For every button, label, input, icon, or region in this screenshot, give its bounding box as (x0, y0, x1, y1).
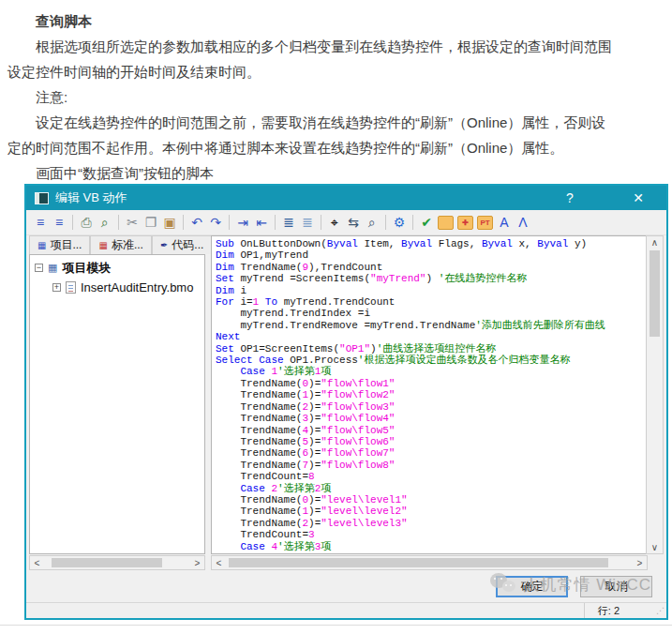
module-folder-icon: ▦ (48, 262, 57, 274)
code-line: Sub OnLButtonDown(Byval Item, Byval Flag… (216, 238, 646, 249)
help-button[interactable]: ? (530, 190, 610, 205)
document-text: 查询脚本根据选项组所选定的参数加载相应的多个归档变量到在线趋势控件，根据设定的查… (0, 0, 672, 186)
toolbar-separator (275, 215, 276, 230)
scroll-up-icon[interactable]: ∧ (651, 236, 658, 249)
code-line: TrendName(1)="level\level2" (216, 506, 646, 517)
expand-icon[interactable]: + (52, 283, 61, 292)
code-line: TrendName(0)="level\level1" (216, 494, 646, 506)
resize-grip-icon[interactable]: ⋰ (651, 606, 666, 615)
edit-vb-action-dialog: 编辑 VB 动作 ? ✕ ≡≡⎙⌕✂❐▣↶↷⇥⇤≣≣⌖⇆⌕⚙✔✚PTAΛ ▦项目… (24, 184, 668, 620)
indent-icon[interactable]: ⇥ (233, 214, 252, 232)
uncomment-block-icon[interactable]: ≣ (298, 214, 317, 232)
pt-icon[interactable]: PT (477, 216, 493, 230)
status-bar: 行: 2 ⋰ (26, 602, 666, 618)
ok-button[interactable]: 确定 (496, 576, 568, 597)
status-line-number: 行: 2 (584, 603, 651, 618)
view-modules-icon[interactable]: ≡ (50, 214, 68, 232)
collapse-icon[interactable]: − (35, 264, 43, 272)
tree-hscrollbar[interactable]: < > (29, 555, 205, 570)
close-button[interactable]: ✕ (610, 190, 666, 205)
page-divider (0, 625, 672, 626)
copy-icon[interactable]: ❐ (142, 214, 160, 232)
paste-icon[interactable]: ▣ (160, 214, 179, 232)
toolbar-separator (385, 215, 386, 230)
dialog-app-icon (35, 192, 49, 204)
code-line: Dim OP1,myTrend (216, 249, 646, 261)
tab-label: 代码... (172, 237, 203, 253)
doc-heading: 查询脚本 (7, 8, 665, 34)
cancel-button[interactable]: 取消 (580, 576, 652, 597)
code-editor[interactable]: Sub OnLButtonDown(Byval Item, Byval Flag… (211, 235, 646, 554)
toolbar-separator (229, 215, 230, 230)
open-action-icon[interactable] (438, 216, 454, 230)
code-line: Case 4'选择第3项 (216, 541, 646, 552)
code-vscrollbar[interactable]: ∧ ∨ (646, 235, 664, 554)
toolbar-separator (412, 215, 413, 230)
code-line: TrendName(1)="flow\flow2" (216, 389, 646, 400)
scroll-down-icon[interactable]: ∨ (651, 541, 658, 553)
project-tab-icon: ▦ (37, 240, 46, 250)
code-panel: Sub OnLButtonDown(Byval Item, Byval Flag… (211, 235, 664, 570)
code-tab-icon: ✒ (160, 240, 168, 250)
scroll-thumb[interactable] (229, 558, 608, 567)
code-line: Set myTrend =ScreenItems("myTrend") '在线趋… (216, 273, 646, 284)
syntax-check-icon[interactable]: ✔ (417, 214, 436, 232)
code-line: TrendName(4)="flow\flow5" (216, 425, 646, 436)
view-properties-icon[interactable]: ≡ (31, 214, 50, 232)
doc-line: 设定控件时间轴的开始时间及结束时间。 (7, 59, 665, 84)
standard-tab-icon: ▦ (98, 240, 107, 250)
find-icon[interactable]: ⌖ (325, 214, 344, 232)
toolbar-separator (321, 215, 321, 230)
scroll-thumb[interactable] (52, 558, 162, 567)
tab-label: 标准... (112, 237, 143, 253)
comment-block-icon[interactable]: ≣ (279, 214, 298, 232)
outdent-icon[interactable]: ⇤ (252, 214, 271, 232)
dialog-title: 编辑 VB 动作 (55, 189, 530, 206)
tab-label: 项目... (50, 237, 82, 253)
code-line: For i=1 To myTrend.TrendCount (216, 296, 646, 308)
code-line: Next (216, 331, 646, 342)
undo-icon[interactable]: ↶ (187, 214, 206, 232)
toolbar-separator (118, 215, 119, 230)
project-tree[interactable]: − ▦ 项目模块 + InsertAuditEntry.bmo (29, 254, 205, 554)
code-line: Set OP1=ScreenItems("OP1")'曲线选择选项组控件名称 (216, 343, 646, 355)
code-line: myTrend.TrendIndex =i (216, 308, 646, 319)
code-line: TrendName(0)="press\press1" (216, 552, 646, 554)
cut-icon[interactable]: ✂ (123, 214, 142, 232)
code-line: TrendCount=8 (216, 471, 646, 482)
replace-icon[interactable]: ⇆ (344, 214, 363, 232)
code-line: Select Case OP1.Process'根据选择项设定曲线条数及各个归档… (216, 355, 646, 366)
scroll-right-icon[interactable]: > (633, 558, 647, 568)
code-hscrollbar[interactable]: < > (211, 555, 648, 570)
add-action-icon[interactable]: ✚ (457, 216, 473, 230)
paragraph-block: 查询脚本根据选项组所选定的参数加载相应的多个归档变量到在线趋势控件，根据设定的查… (7, 8, 665, 186)
wrench-icon[interactable]: ⚙ (390, 214, 409, 232)
tree-node-module[interactable]: + InsertAuditEntry.bmo (30, 278, 204, 297)
code-line: TrendName(2)="flow\flow3" (216, 401, 646, 413)
code-line: Case 2'选择第2项 (216, 483, 646, 494)
redo-icon[interactable]: ↷ (206, 214, 225, 232)
scroll-thumb[interactable] (650, 250, 660, 337)
font-icon[interactable]: A (495, 214, 514, 232)
scroll-right-icon[interactable]: > (190, 558, 204, 568)
print-preview-icon[interactable]: ⌕ (96, 214, 114, 232)
code-line: Dim i (216, 285, 646, 296)
scroll-left-icon[interactable]: < (212, 558, 226, 568)
module-file-icon (66, 281, 76, 294)
code-line: TrendName(0)="flow\flow1" (216, 378, 646, 389)
code-line: Case 1'选择第1项 (216, 366, 646, 377)
dialog-content: ▦项目...▦标准...✒代码... − ▦ 项目模块 + InsertAudi… (26, 235, 666, 570)
scroll-left-icon[interactable]: < (30, 558, 44, 568)
tree-node-project-modules[interactable]: − ▦ 项目模块 (30, 258, 204, 278)
dialog-titlebar[interactable]: 编辑 VB 动作 ? ✕ (26, 186, 666, 210)
tab-project[interactable]: ▦项目... (29, 235, 90, 254)
tab-code[interactable]: ✒代码... (152, 235, 212, 254)
code-line: TrendName(2)="level\level3" (216, 518, 646, 529)
project-panel: ▦项目...▦标准...✒代码... − ▦ 项目模块 + InsertAudi… (29, 235, 205, 570)
dialog-button-row: 确定 取消 人机常情 WinCC (26, 570, 666, 602)
doc-line: 画面中“数据查询”按钮的脚本 (7, 160, 665, 186)
print-icon[interactable]: ⎙ (77, 214, 96, 232)
tab-standard[interactable]: ▦标准... (90, 235, 151, 254)
find-next-icon[interactable]: ⌕ (363, 214, 381, 232)
symbols-icon[interactable]: Λ (514, 214, 532, 232)
